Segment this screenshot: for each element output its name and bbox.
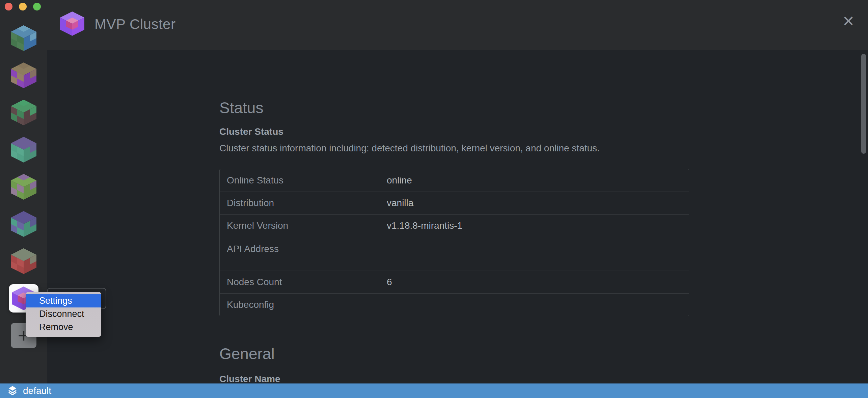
row-label: Online Status (220, 175, 387, 186)
sidebar-item-cluster-7[interactable] (0, 243, 47, 280)
cluster-cube-icon (11, 63, 36, 88)
lens-settings-window: MVP Cluster ✕ + Status Cluster Status Cl… (0, 0, 868, 398)
cluster-cube-icon (11, 174, 36, 200)
row-label: Distribution (220, 198, 387, 208)
layers-icon (7, 385, 18, 397)
row-value: 6 (387, 277, 392, 288)
cluster-cube-icon (11, 137, 36, 163)
table-row: Nodes Count6 (220, 271, 689, 293)
general-section-heading: General (219, 345, 689, 362)
page-title: MVP Cluster (94, 16, 175, 32)
sidebar-item-cluster-5[interactable] (0, 168, 47, 205)
cluster-context-menu: SettingsDisconnectRemove (26, 292, 101, 337)
close-icon[interactable]: ✕ (840, 13, 857, 29)
status-bar: default (0, 383, 868, 398)
row-value: vanilla (387, 198, 413, 208)
namespace-label[interactable]: default (23, 385, 51, 396)
row-label: Kernel Version (220, 220, 387, 231)
cluster-cube-icon (60, 11, 84, 37)
zoom-window-icon[interactable] (33, 3, 41, 10)
row-label: Nodes Count (220, 277, 387, 288)
vertical-scrollbar[interactable] (861, 54, 866, 154)
table-row: Online Statusonline (220, 169, 689, 192)
settings-document: Status Cluster Status Cluster status inf… (219, 50, 689, 384)
sidebar-item-cluster-6[interactable] (0, 205, 47, 243)
row-value: v1.18.8-mirantis-1 (387, 220, 462, 231)
traffic-lights (5, 3, 41, 10)
row-value: online (387, 175, 412, 186)
cluster-cube-icon (11, 248, 36, 274)
cluster-status-label: Cluster Status (219, 126, 689, 137)
context-menu-item-remove[interactable]: Remove (26, 321, 101, 334)
titlebar: MVP Cluster (60, 11, 175, 37)
row-label: Kubeconfig (220, 299, 387, 310)
row-label: API Address (220, 237, 387, 254)
cluster-status-table: Online StatusonlineDistributionvanillaKe… (219, 169, 689, 316)
sidebar-item-cluster-4[interactable] (0, 131, 47, 168)
sidebar-item-cluster-3[interactable] (0, 94, 47, 131)
sidebar-item-cluster-1[interactable] (0, 20, 47, 57)
table-row: Distributionvanilla (220, 192, 689, 214)
cluster-cube-icon (11, 100, 36, 125)
cluster-status-description: Cluster status information including: de… (219, 143, 689, 154)
context-menu-item-disconnect[interactable]: Disconnect (26, 307, 101, 321)
table-row: API Address (220, 237, 689, 271)
close-window-icon[interactable] (5, 3, 12, 10)
status-section-heading: Status (219, 50, 689, 116)
context-menu-item-settings[interactable]: Settings (26, 294, 101, 307)
table-row: Kubeconfig (220, 293, 689, 316)
minimize-window-icon[interactable] (19, 3, 27, 10)
cluster-cube-icon (11, 25, 36, 51)
cluster-name-label: Cluster Name (219, 374, 689, 384)
cluster-cube-icon (11, 211, 36, 237)
sidebar-item-cluster-2[interactable] (0, 57, 47, 94)
settings-panel: Status Cluster Status Cluster status inf… (47, 50, 868, 383)
table-row: Kernel Versionv1.18.8-mirantis-1 (220, 214, 689, 237)
